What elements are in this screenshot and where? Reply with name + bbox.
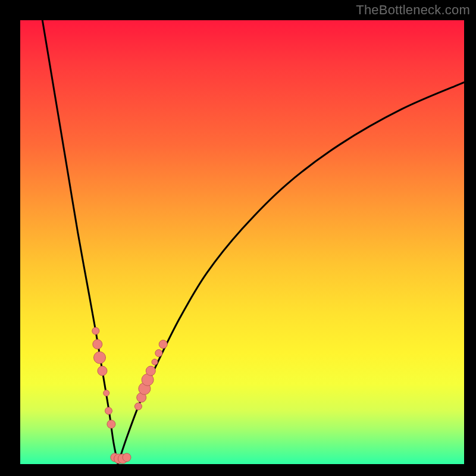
marker-group bbox=[92, 327, 167, 464]
watermark-text: TheBottleneck.com bbox=[356, 2, 470, 18]
data-marker bbox=[152, 359, 158, 365]
curve-right-branch bbox=[118, 82, 464, 464]
plot-area bbox=[20, 20, 464, 464]
curve-group bbox=[42, 20, 464, 464]
data-marker bbox=[92, 327, 99, 334]
data-marker bbox=[146, 366, 155, 375]
data-marker bbox=[98, 366, 107, 375]
curve-left-branch bbox=[42, 20, 118, 464]
data-marker bbox=[105, 408, 112, 415]
data-marker bbox=[93, 340, 102, 349]
data-marker bbox=[159, 340, 167, 349]
data-marker bbox=[104, 390, 109, 396]
data-marker bbox=[155, 350, 162, 357]
outer-frame: TheBottleneck.com bbox=[0, 0, 476, 476]
data-marker bbox=[123, 453, 131, 462]
data-marker bbox=[134, 403, 142, 410]
data-marker bbox=[94, 352, 106, 364]
bottleneck-curve-svg bbox=[20, 20, 464, 464]
data-marker bbox=[107, 420, 115, 428]
